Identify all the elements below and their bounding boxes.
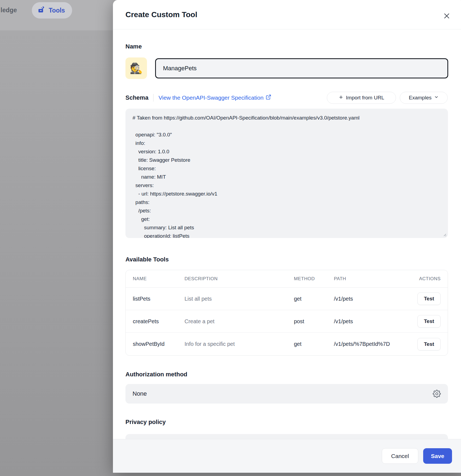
- import-from-url-label: Import from URL: [346, 95, 384, 101]
- modal-footer: Cancel Save: [113, 439, 461, 473]
- test-button[interactable]: Test: [417, 338, 441, 350]
- schema-label: Schema: [125, 94, 148, 101]
- tool-name: createPets: [133, 318, 185, 325]
- tool-description: Create a pet: [185, 318, 294, 325]
- create-custom-tool-modal: Create Custom Tool Name 🕵️ Schema View t…: [113, 0, 461, 473]
- authorization-method-field[interactable]: None: [125, 384, 448, 404]
- schema-row: Schema View the OpenAPI-Swagger Specific…: [125, 92, 271, 104]
- tool-method: get: [294, 296, 334, 302]
- examples-dropdown-button[interactable]: Examples: [400, 92, 448, 104]
- tool-path: /v1/pets: [334, 296, 408, 302]
- column-header-method: METHOD: [294, 276, 334, 282]
- gear-icon[interactable]: [433, 390, 441, 398]
- schema-textarea[interactable]: # Taken from https://github.com/OAI/Open…: [125, 109, 448, 238]
- privacy-policy-field-partial[interactable]: [125, 434, 448, 439]
- tool-description: Info for a specific pet: [185, 341, 294, 347]
- table-row: listPets List all pets get /v1/pets Test: [126, 288, 448, 310]
- tool-description: List all pets: [185, 296, 294, 302]
- import-from-url-button[interactable]: Import from URL: [327, 92, 396, 104]
- resize-handle[interactable]: [442, 233, 447, 238]
- cancel-button[interactable]: Cancel: [382, 448, 418, 464]
- authorization-method-value: None: [133, 390, 433, 397]
- tool-method: post: [294, 318, 334, 325]
- column-header-description: DESCRIPTION: [185, 276, 294, 282]
- tool-name: listPets: [133, 296, 185, 302]
- modal-title: Create Custom Tool: [125, 10, 197, 19]
- tool-path: /v1/pets: [334, 318, 408, 325]
- openapi-spec-link-label: View the OpenAPI-Swagger Specification: [158, 94, 263, 101]
- tool-method: get: [294, 341, 334, 347]
- available-tools-table: NAME DESCRIPTION METHOD PATH ACTIONS lis…: [125, 270, 448, 356]
- chevron-down-icon: [434, 95, 439, 101]
- column-header-actions: ACTIONS: [408, 276, 441, 282]
- divider: [153, 94, 153, 102]
- available-tools-heading: Available Tools: [125, 256, 169, 263]
- close-icon[interactable]: [442, 11, 451, 21]
- avatar-emoji-button[interactable]: 🕵️: [125, 57, 147, 79]
- examples-label: Examples: [409, 95, 431, 101]
- tab-tools[interactable]: Tools: [32, 2, 72, 19]
- tool-path: /v1/pets/%7BpetId%7D: [334, 341, 408, 347]
- column-header-path: PATH: [334, 276, 408, 282]
- modal-header: Create Custom Tool: [113, 0, 461, 29]
- tab-knowledge-partial[interactable]: ledge: [1, 7, 17, 14]
- tool-name: showPetById: [133, 341, 185, 347]
- table-row: createPets Create a pet post /v1/pets Te…: [126, 310, 448, 333]
- openapi-spec-link[interactable]: View the OpenAPI-Swagger Specification: [158, 94, 271, 101]
- authorization-method-heading: Authorization method: [125, 371, 187, 378]
- test-button[interactable]: Test: [417, 292, 441, 305]
- privacy-policy-heading: Privacy policy: [125, 419, 166, 426]
- plus-icon: [339, 95, 343, 101]
- table-header-row: NAME DESCRIPTION METHOD PATH ACTIONS: [126, 270, 448, 288]
- save-button[interactable]: Save: [423, 448, 452, 464]
- tab-tools-label: Tools: [49, 7, 65, 14]
- external-link-icon: [266, 94, 271, 101]
- table-row: showPetById Info for a specific pet get …: [126, 333, 448, 355]
- test-button[interactable]: Test: [417, 315, 441, 328]
- screen: ledge Tools Create Custom Tool: [0, 0, 461, 476]
- name-label: Name: [125, 43, 142, 50]
- toolbox-icon: [37, 6, 45, 15]
- name-input[interactable]: [155, 58, 448, 78]
- column-header-name: NAME: [133, 276, 185, 282]
